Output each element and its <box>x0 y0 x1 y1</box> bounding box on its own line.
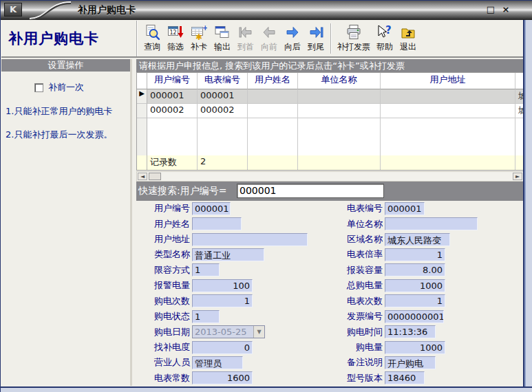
purchase-date-dropdown[interactable]: 2013-05-25▼ <box>192 325 265 338</box>
table-row[interactable]: 000002000002城东人民路变 <box>137 104 523 118</box>
field-value[interactable]: 100 <box>192 279 253 292</box>
toolbar-button-card[interactable]: +✱补卡 <box>187 22 211 55</box>
field-value[interactable] <box>192 217 242 230</box>
field-label: 电表常数 <box>136 372 190 384</box>
column-header[interactable]: 用户姓名 <box>248 73 298 89</box>
form-row: 发票编号0000000001 <box>330 309 524 324</box>
table-cell <box>381 104 515 118</box>
field-label: 报装容量 <box>330 264 383 276</box>
checkbox-icon[interactable] <box>34 83 43 92</box>
form-column-left: 用户编号000001用户姓名用户地址类型名称普通工业限容方式1报警电量100购电… <box>136 201 330 386</box>
field-value[interactable] <box>385 217 478 230</box>
toolbar-button-label: 补打发票 <box>337 41 370 53</box>
field-value[interactable]: 1600 <box>192 371 253 384</box>
filter-icon: 12 <box>167 24 184 41</box>
titlebar-curve-decoration <box>28 1 78 20</box>
field-value[interactable]: 管理员 <box>192 356 243 369</box>
prev-icon <box>261 24 277 41</box>
field-label: 购电量 <box>330 341 383 353</box>
field-label: 单位名称 <box>330 218 383 230</box>
detail-form: 用户编号000001用户姓名用户地址类型名称普通工业限容方式1报警电量100购电… <box>136 201 524 386</box>
field-value[interactable]: 0000000001 <box>385 310 444 323</box>
search-icon <box>144 24 160 41</box>
sidebar: 设置操作 补前一次 1.只能补正常用户的购电卡 2.只能补打最后一次发票。 <box>1 59 132 386</box>
toolbar-button-help[interactable]: ?帮助 <box>373 22 396 55</box>
form-row: 型号版本18460 <box>330 371 524 386</box>
form-row: 类型名称普通工业 <box>136 247 330 262</box>
row-selector-arrow-icon: ▶ <box>137 89 147 104</box>
sidebar-header: 设置操作 <box>1 59 130 72</box>
toolbar-separator <box>330 23 332 54</box>
field-value[interactable]: 0 <box>192 341 253 354</box>
field-value[interactable]: 8.00 <box>385 263 445 276</box>
quick-search-input[interactable]: 000001 <box>237 184 384 198</box>
table-row[interactable]: ▶000001000001城东人民路变 <box>137 89 523 104</box>
field-label: 购电时间 <box>330 326 383 338</box>
table-cell <box>248 104 298 118</box>
chevron-down-icon[interactable]: ▼ <box>253 326 264 338</box>
horizontal-scrollbar[interactable]: ◄ ► <box>136 171 524 182</box>
field-value[interactable]: 1 <box>192 310 220 323</box>
field-value[interactable]: 城东人民路变 <box>385 233 450 246</box>
column-header[interactable]: 电表编号 <box>198 73 248 89</box>
svg-text:?: ? <box>385 24 392 36</box>
first-icon <box>237 24 254 41</box>
form-row: 用户地址 <box>136 232 330 247</box>
form-row: 电表次数1 <box>330 294 524 309</box>
toolbar-button-invoice[interactable]: 补打发票 <box>334 22 373 55</box>
column-header[interactable]: 单位名称 <box>298 73 381 89</box>
toolbar-button-last[interactable]: 到尾 <box>304 22 328 55</box>
svg-text:✱: ✱ <box>195 32 202 41</box>
scroll-left-icon[interactable]: ◄ <box>138 173 147 180</box>
field-value[interactable] <box>192 233 308 246</box>
form-row: 用户编号000001 <box>136 201 330 216</box>
toolbar-button-filter[interactable]: 12筛选 <box>164 22 187 55</box>
app-logo-icon: K <box>4 3 22 17</box>
form-row: 购电量1000 <box>330 340 524 355</box>
field-label: 用户地址 <box>136 233 190 246</box>
field-label: 营业人员 <box>136 356 190 369</box>
field-value[interactable]: 1 <box>385 294 445 307</box>
field-label: 电表倍率 <box>330 248 383 261</box>
toolbar-button-search[interactable]: 查询 <box>140 22 164 55</box>
toolbar-button-output[interactable]: 输出 <box>211 22 234 55</box>
toolbar-button-exit[interactable]: 退出 <box>396 22 420 55</box>
close-button[interactable]: × <box>500 4 512 15</box>
field-value[interactable]: 1 <box>192 294 253 307</box>
field-value[interactable]: 11:13:36 <box>385 325 436 338</box>
table-cell <box>298 89 381 104</box>
scrollbar-thumb[interactable] <box>149 173 161 180</box>
form-row: 报警电量100 <box>136 278 330 293</box>
field-label: 备注说明 <box>330 356 383 369</box>
field-value: 2013-05-25 <box>193 326 253 338</box>
record-count-value: 2 <box>198 155 248 170</box>
next-icon <box>284 24 301 41</box>
toolbar-button-label: 输出 <box>214 41 231 53</box>
form-row: 购电日期2013-05-25▼ <box>136 324 330 339</box>
svg-text:12: 12 <box>169 30 176 36</box>
column-header[interactable]: 用户编号 <box>147 73 198 89</box>
field-value[interactable]: 1 <box>385 248 445 261</box>
toolbar-button-next[interactable]: 向后 <box>281 22 304 55</box>
toolbar-button-label: 到尾 <box>308 41 324 53</box>
maximize-button[interactable]: □ <box>485 4 497 15</box>
scroll-right-icon[interactable]: ► <box>513 173 522 180</box>
column-header[interactable]: 用户地址 <box>381 73 515 89</box>
form-row: 区域名称城东人民路变 <box>330 232 524 247</box>
field-value[interactable]: 普通工业 <box>192 248 264 261</box>
field-value[interactable]: 1 <box>192 263 220 276</box>
toolbar-button-prev: 向前 <box>257 22 281 55</box>
field-label: 限容方式 <box>136 264 190 276</box>
record-count-label: 记录数 <box>147 155 198 170</box>
field-value[interactable]: 1000 <box>385 279 445 292</box>
field-value[interactable]: 开户购电 <box>385 356 436 369</box>
toolbar-button-label: 筛选 <box>167 41 184 53</box>
field-value[interactable]: 000001 <box>192 202 231 215</box>
field-value[interactable]: 18460 <box>385 371 425 384</box>
toolbar-button-label: 向前 <box>261 41 277 53</box>
field-label: 用户姓名 <box>136 218 190 230</box>
field-value[interactable]: 1000 <box>385 341 445 354</box>
redo-previous-checkbox-row[interactable]: 补前一次 <box>34 81 130 94</box>
checkbox-label: 补前一次 <box>48 81 84 94</box>
field-value[interactable]: 000001 <box>385 202 425 215</box>
